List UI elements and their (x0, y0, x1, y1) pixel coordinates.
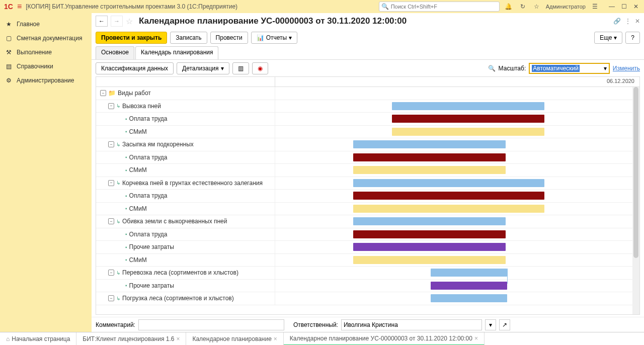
close-tab-icon[interactable]: × (474, 335, 478, 342)
search-input[interactable] (391, 4, 497, 10)
tree-label[interactable]: Оплата труда (129, 192, 168, 199)
tree-label[interactable]: Прочие затраты (129, 243, 174, 250)
window-tab[interactable]: Календарное планирование× (186, 332, 283, 346)
gantt-bar[interactable] (353, 217, 506, 225)
gantt-bar[interactable] (392, 115, 544, 123)
forward-button[interactable]: → (111, 16, 123, 27)
global-search[interactable]: 🔍 (379, 2, 500, 12)
bell-icon[interactable]: 🔔 (504, 3, 514, 10)
nav-home[interactable]: ★ Главное (0, 17, 92, 31)
user-label[interactable]: Администратор (546, 4, 586, 10)
resource-icon: ▪ (125, 257, 127, 263)
history-icon[interactable]: ↻ (518, 3, 528, 10)
tab-calendar[interactable]: Календарь планирования (135, 46, 219, 59)
tree-label[interactable]: Перевозка леса (сортиментов и хлыстов) (122, 269, 238, 276)
tree-label[interactable]: Оплата труда (129, 231, 168, 238)
nav-estimate[interactable]: ▢ Сметная документация (0, 31, 92, 45)
task-icon: ↳ (116, 142, 120, 147)
gantt-bar[interactable] (353, 205, 544, 213)
user-menu-icon[interactable]: ☰ (590, 3, 600, 10)
edit-link[interactable]: Изменить (613, 65, 640, 72)
gantt-bar[interactable] (431, 282, 507, 290)
responsible-input[interactable] (341, 319, 482, 330)
close-icon[interactable]: ✕ (632, 3, 640, 10)
collapse-icon[interactable]: − (100, 90, 106, 96)
collapse-icon[interactable]: − (108, 180, 114, 186)
nav-catalogs[interactable]: ▤ Справочники (0, 59, 92, 73)
gantt-bar[interactable] (353, 192, 544, 200)
tree-label[interactable]: Обивка земли с выкорчеванных пней (122, 218, 227, 225)
report-icon: 📊 (257, 34, 264, 41)
post-button[interactable]: Провести (210, 32, 248, 44)
gantt-bar[interactable] (392, 102, 544, 110)
gantt-bar[interactable] (353, 166, 506, 174)
gantt-bar[interactable] (353, 230, 506, 238)
close-tab-icon[interactable]: × (176, 335, 180, 342)
tree-label[interactable]: СМиМ (129, 205, 147, 212)
tree-label[interactable]: Засыпка ям подкоренных (122, 141, 194, 148)
collapse-icon[interactable]: − (108, 141, 114, 147)
close-doc-icon[interactable]: ✕ (635, 18, 640, 25)
classify-button[interactable]: Классификация данных (96, 62, 174, 74)
footer-form: Комментарий: Ответственный: ▾ ↗ (92, 317, 644, 332)
chart-button[interactable]: ◉ (252, 62, 268, 74)
open-button[interactable]: ↗ (499, 319, 510, 330)
post-close-button[interactable]: Провести и закрыть (96, 32, 167, 44)
gantt-bar[interactable] (353, 256, 506, 264)
columns-button[interactable]: ▥ (232, 62, 249, 74)
back-button[interactable]: ← (96, 16, 108, 27)
gantt-chart: 06.12.2020 −📁Виды работ−↳Вывозка пней▪Оп… (96, 76, 640, 315)
window-tab[interactable]: ⌂Начальная страница (0, 332, 76, 346)
nav-admin[interactable]: ⚙ Администрирование (0, 73, 92, 88)
collapse-icon[interactable]: − (108, 103, 114, 109)
maximize-icon[interactable]: ☐ (620, 3, 628, 10)
star-icon[interactable]: ☆ (532, 3, 542, 10)
collapse-icon[interactable]: − (108, 218, 114, 224)
gantt-bar[interactable] (353, 153, 506, 161)
save-button[interactable]: Записать (170, 32, 207, 44)
dropdown-button[interactable]: ▾ (485, 319, 496, 330)
more-icon[interactable]: ⋮ (625, 18, 631, 25)
tree-label[interactable]: СМиМ (129, 256, 147, 264)
close-tab-icon[interactable]: × (274, 335, 277, 342)
tree-label[interactable]: Корчевка пней в грунтах естественного за… (122, 180, 263, 187)
vertical-scrollbar[interactable] (632, 87, 639, 314)
menu-icon[interactable]: ≡ (17, 2, 22, 11)
detail-button[interactable]: Детализация ▾ (177, 62, 229, 74)
reports-button[interactable]: 📊 Отчеты ▾ (251, 32, 297, 44)
collapse-icon[interactable]: − (108, 270, 114, 276)
tree-label[interactable]: СМиМ (129, 128, 147, 135)
zoom-select[interactable]: Автоматический ▾ (529, 63, 610, 74)
tree-label[interactable]: СМиМ (129, 166, 147, 174)
gantt-bar[interactable] (392, 128, 544, 136)
zoom-fit-icon[interactable]: 🔍 (488, 65, 496, 72)
nav-execution[interactable]: ⚒ Выполнение (0, 45, 92, 59)
tree-label[interactable]: Оплата труда (129, 115, 168, 122)
gantt-date: 06.12.2020 (607, 78, 634, 84)
tree-label[interactable]: Оплата труда (129, 154, 168, 161)
help-button[interactable]: ? (625, 32, 640, 44)
content: ← → ☆ Календарное планирование УС-000000… (92, 13, 644, 332)
comment-input[interactable] (138, 319, 284, 330)
minimize-icon[interactable]: — (608, 3, 616, 10)
resource-icon: ▪ (125, 129, 127, 134)
resource-icon: ▪ (125, 231, 127, 237)
nav-label: Справочники (17, 63, 53, 70)
command-bar: Провести и закрыть Записать Провести 📊 О… (92, 29, 644, 46)
window-tab[interactable]: БИТ:Клиент лицензирования 1.6× (76, 332, 186, 346)
collapse-icon[interactable]: − (108, 295, 114, 301)
favorite-icon[interactable]: ☆ (126, 17, 133, 26)
tab-main[interactable]: Основное (96, 46, 134, 59)
more-button[interactable]: Еще ▾ (594, 32, 622, 44)
tree-label[interactable]: Вывозка пней (122, 103, 161, 110)
gantt-bar[interactable] (353, 140, 506, 148)
link-icon[interactable]: 🔗 (613, 18, 621, 25)
tree-label[interactable]: Прочие затраты (129, 282, 174, 289)
tree-label[interactable]: Погрузка леса (сортиментов и хлыстов) (122, 295, 234, 302)
chevron-down-icon: ▾ (289, 34, 292, 41)
gantt-bar[interactable] (431, 294, 507, 302)
gantt-bar[interactable] (431, 269, 507, 277)
gantt-bar[interactable] (353, 243, 506, 251)
window-tab[interactable]: Календарное планирование УС-00000003 от … (284, 332, 485, 346)
gantt-bar[interactable] (353, 179, 544, 187)
